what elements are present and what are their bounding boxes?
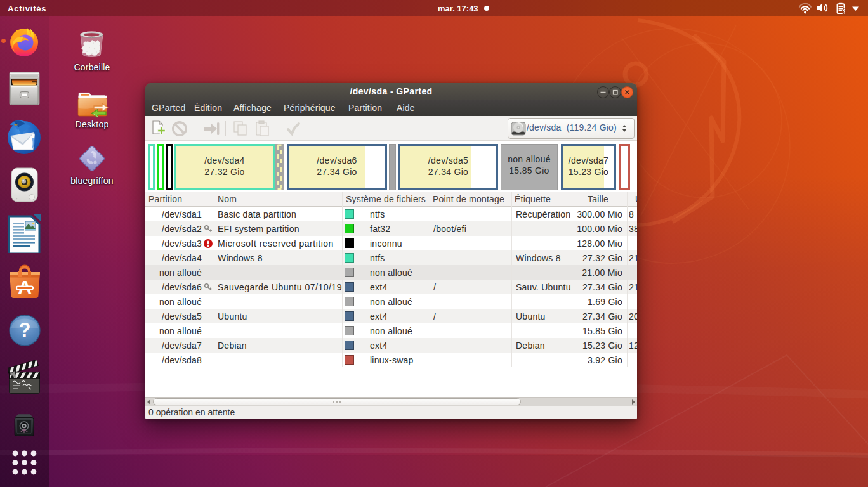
svg-text:?: ? [19,319,31,341]
